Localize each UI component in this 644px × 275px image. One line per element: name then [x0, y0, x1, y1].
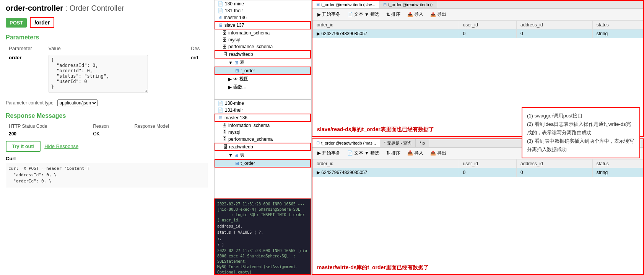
tree-folder-view-top[interactable]: ▶ 👁 视图 [215, 75, 311, 83]
toolbar-filter-top: 筛选 [370, 11, 379, 18]
toolbar-import-top[interactable]: 📥 导入 [405, 10, 425, 18]
tree-item-mysql-top[interactable]: 🗄 mysql [215, 36, 311, 43]
server-icon-slave: 🖥 [218, 23, 223, 28]
file-icon-top1: 📄 [218, 1, 223, 7]
tree-item-master136-bottom[interactable]: 🖥 master 136 [215, 114, 311, 122]
resp-col2: Reason [90, 122, 131, 130]
controller-desc: : Order Controller [65, 4, 125, 12]
tree-item-slave137[interactable]: 🖥 slave 137 [215, 21, 311, 29]
tree-folder-func-top[interactable]: ▶ 函数... [215, 83, 311, 91]
file-icon-bot1: 📄 [218, 101, 223, 106]
hide-response-link[interactable]: Hide Response [44, 143, 78, 149]
endpoint-path: /order [30, 17, 54, 28]
toolbar-text-top[interactable]: 📄 文本 ▼ 筛选 [345, 10, 381, 18]
db-tab-extra[interactable]: * p [416, 139, 429, 147]
tree-folder-table-bot[interactable]: ▼ ⊞ 表 [215, 151, 311, 159]
toolbar-filter-bot: 筛选 [370, 150, 379, 156]
tree-item-130mine-top[interactable]: 📄 130-mine [215, 0, 311, 7]
tree-item-perf-schema-top[interactable]: 🗄 performance_schema [215, 43, 311, 50]
param-name: order [6, 53, 46, 96]
file-icon-bot2: 📄 [218, 107, 223, 113]
user-id-val-top: 0 [459, 29, 516, 38]
resp-reason: OK [90, 130, 131, 138]
controller-name: order-controller [6, 4, 63, 12]
toolbar-export-bot[interactable]: 📤 导出 [428, 149, 448, 157]
text-icon-top: 📄 [347, 12, 353, 17]
db-data-row-top-1[interactable]: ▶ 624279674839085057 0 0 string [313, 29, 643, 38]
import-icon-bot: 📥 [407, 150, 413, 156]
folder-expand-bot: ▼ [228, 153, 233, 158]
tree-item-torder-bot[interactable]: ⊞ t_order [215, 159, 311, 168]
export-icon-top: 📤 [430, 12, 436, 17]
db-tree-top: 📄 130-mine 📄 131-their 🖥 master 136 🖥 sl… [214, 0, 311, 99]
func-expand-top: ▶ [228, 85, 232, 90]
db-tab-icon-slave2: ⊞ [383, 2, 387, 7]
db-tab-master[interactable]: ⊞ t_order @readwritedb (mas... [312, 139, 380, 147]
db-icon-top3: 🗄 [222, 44, 227, 49]
toolbar-sort-bot[interactable]: ⇅ 排序 [384, 149, 402, 157]
response-table: HTTP Status Code Reason Response Model 2… [6, 122, 208, 138]
content-type-select[interactable]: application/json [57, 99, 98, 106]
col-order-id-top: order_id [313, 21, 459, 29]
row-arrow-bot: ▶ 624279674839085057 [313, 168, 459, 177]
try-button[interactable]: Try it out! [6, 141, 41, 152]
address-id-val-bot: 0 [517, 168, 593, 177]
response-section: Response Messages HTTP Status Code Reaso… [6, 112, 208, 152]
tree-item-readwritedb-bot[interactable]: 🗄 readwritedb [215, 143, 311, 151]
tree-item-master136-top[interactable]: 🖥 master 136 [215, 14, 311, 21]
db-header-row-top: order_id user_id address_id status [313, 21, 643, 29]
tree-item-info-schema-top[interactable]: 🗄 information_schema [215, 29, 311, 36]
tree-item-readwritedb-top[interactable]: 🗄 readwritedb [215, 50, 311, 59]
tree-item-perf-schema-bot[interactable]: 🗄 performance_schema [215, 136, 311, 143]
param-value-editor[interactable]: { "addressId": 0, "orderId": 0, "status"… [49, 55, 148, 93]
db-data-row-bottom-1[interactable]: ▶ 624279674839085057 0 0 string [313, 168, 643, 177]
col-status-bot: status [592, 159, 643, 168]
db-tab-icon-slave: ⊞ [316, 2, 320, 7]
db-icon-top1: 🗄 [222, 30, 227, 36]
col-user-id-bot: user_id [459, 159, 516, 168]
db-icon-bot2: 🗄 [222, 130, 227, 135]
tx-icon-bot: ▶ [317, 150, 321, 156]
tree-item-131their-bottom[interactable]: 📄 131-their [215, 107, 311, 114]
toolbar-text-bot[interactable]: 📄 文本 ▼ 筛选 [345, 149, 381, 157]
query-tab-label: * 无标题 - 查询 [384, 140, 411, 146]
db-tab-query[interactable]: * 无标题 - 查询 [380, 139, 416, 147]
tree-item-torder-top[interactable]: ⊞ t_order [215, 67, 311, 75]
toolbar-start-tx-top[interactable]: ▶ 开始事务 [315, 10, 342, 18]
tree-item-131their-top[interactable]: 📄 131-their [215, 7, 311, 14]
db-tab-master-label: t_order @readwritedb (mas... [321, 141, 376, 145]
db-content-bottom: order_id user_id address_id status ▶ 624… [312, 159, 643, 263]
tree-item-mysql-bot[interactable]: 🗄 mysql [215, 129, 311, 136]
db-icon-bot3: 🗄 [222, 137, 227, 142]
db-tab-slave2[interactable]: ⊞ t_order @readwritedb (r [379, 1, 437, 8]
tree-item-130mine-bottom[interactable]: 📄 130-mine [215, 100, 311, 107]
log-line-3: status ) VALUES ( ?, [217, 230, 308, 235]
endpoint-row: POST /order [6, 17, 208, 28]
log-line-6: 2022 02 27 11:31:23.090 INFO 16565 [nio … [217, 248, 308, 275]
tree-item-info-schema-bot[interactable]: 🗄 information_schema [215, 122, 311, 129]
log-panel: 2022-02-27 11:31:23.090 INFO 16565 --- [… [214, 199, 311, 275]
db-viewer-bottom: ⊞ t_order @readwritedb (mas... * 无标题 - 查… [312, 138, 644, 275]
db-header-row-bottom: order_id user_id address_id status [313, 159, 643, 168]
resp-model [132, 130, 208, 138]
tx-icon-top: ▶ [317, 12, 321, 17]
toolbar-sort-top[interactable]: ⇅ 排序 [384, 10, 402, 18]
db-viewer-tabs-top: ⊞ t_order @readwritedb (slav... ⊞ t_orde… [312, 1, 643, 9]
toolbar-start-tx-bot[interactable]: ▶ 开始事务 [315, 149, 342, 157]
db-icon-readwrite-bot: 🗄 [223, 144, 228, 150]
tree-folder-table-top[interactable]: ▼ ⊞ 表 [215, 59, 311, 67]
toolbar-import-bot[interactable]: 📥 导入 [405, 149, 425, 157]
log-line-2: address_id, [217, 224, 308, 229]
toolbar-export-top[interactable]: 📤 导出 [428, 10, 448, 18]
row-arrow-top: ▶ 624279674839085057 [313, 29, 459, 38]
db-tab-slave[interactable]: ⊞ t_order @readwritedb (slav... [312, 1, 379, 8]
export-icon-bot: 📤 [430, 150, 436, 156]
table-icon-top: ⊞ [235, 68, 239, 73]
col-order-id-bot: order_id [313, 159, 459, 168]
col-status-top: status [592, 21, 643, 29]
curl-section: Curl curl -X POST --header 'Content-T "a… [6, 156, 208, 187]
controller-title: order-controller : Order Controller [6, 4, 208, 13]
file-icon-top2: 📄 [218, 8, 223, 13]
db-tab-slave2-label: t_order @readwritedb (r [388, 2, 433, 7]
view-icon-top: 👁 [233, 76, 238, 82]
